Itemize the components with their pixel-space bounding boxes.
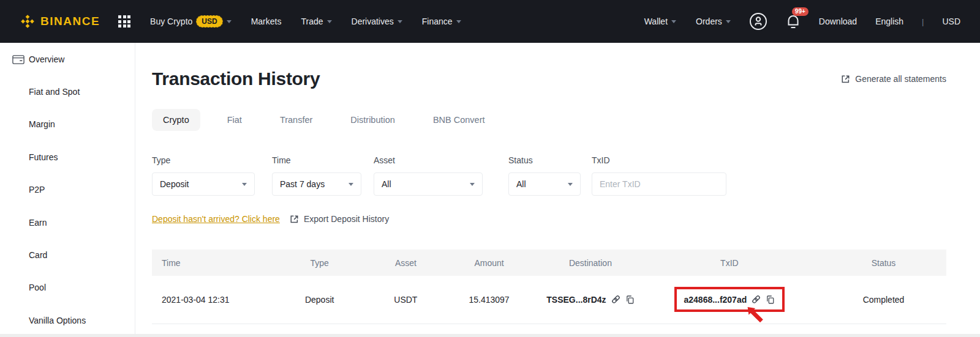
time-select[interactable]: Past 7 days [272, 172, 361, 196]
chevron-down-icon [242, 183, 247, 186]
apps-grid-icon[interactable] [118, 15, 130, 28]
table-row: 2021-03-04 12:31DepositUSDT15.413097TSSE… [152, 276, 946, 324]
language-selector[interactable]: English [875, 17, 903, 26]
cell-status: Completed [821, 276, 946, 324]
main-content: Transaction History Generate all stateme… [135, 43, 980, 337]
sidebar-item-futures[interactable]: Futures [0, 141, 135, 173]
chevron-down-icon [671, 20, 676, 23]
profile-icon[interactable] [749, 12, 767, 31]
transaction-table: TimeTypeAssetAmountDestinationTxIDStatus… [152, 250, 946, 324]
cell-txid: a24868...f207ad [638, 276, 821, 324]
nav-item-markets[interactable]: Markets [251, 17, 282, 26]
sidebar-item-overview[interactable]: Overview [0, 43, 135, 75]
column-header-asset: Asset [376, 250, 435, 276]
main-nav: Buy CryptoUSDMarketsTradeDerivativesFina… [150, 15, 461, 28]
nav-item-trade[interactable]: Trade [301, 17, 331, 26]
wallet-overview-icon [12, 54, 24, 64]
sidebar-item-margin[interactable]: Margin [0, 108, 135, 141]
filter-label: Type [152, 155, 255, 165]
binance-brand-text: BINANCE [40, 15, 100, 28]
filter-label: Asset [374, 155, 483, 165]
chain-link-icon[interactable] [611, 294, 621, 305]
column-header-amount: Amount [435, 250, 543, 276]
tab-crypto[interactable]: Crypto [152, 109, 200, 131]
chevron-down-icon [456, 20, 461, 23]
sidebar-item-fiat-and-spot[interactable]: Fiat and Spot [0, 75, 135, 108]
red-box-annotation: a24868...f207ad [674, 287, 785, 312]
column-header-status: Status [821, 250, 946, 276]
chevron-down-icon [568, 183, 573, 186]
notification-badge: 99+ [792, 7, 809, 16]
external-link-icon [290, 215, 299, 224]
filter-txid: TxID [592, 155, 726, 196]
chevron-down-icon [349, 183, 353, 186]
cell-amount: 15.413097 [435, 276, 543, 324]
filter-label: Status [508, 155, 581, 165]
asset-select[interactable]: All [374, 172, 483, 196]
filters-row: TypeDepositTimePast 7 daysAssetAllStatus… [152, 155, 946, 196]
filter-type: TypeDeposit [152, 155, 255, 196]
copy-icon[interactable] [766, 295, 775, 305]
download-link[interactable]: Download [819, 17, 857, 26]
cell-destination: TSSEG...8rD4z [543, 276, 638, 324]
filter-status: StatusAll [508, 155, 581, 196]
cell-time: 2021-03-04 12:31 [152, 276, 263, 324]
nav-item-wallet[interactable]: Wallet [644, 17, 676, 26]
sidebar-item-card[interactable]: Card [0, 239, 135, 271]
history-tabs: CryptoFiatTransferDistributionBNB Conver… [152, 109, 946, 131]
tab-transfer[interactable]: Transfer [280, 115, 312, 125]
chevron-down-icon [726, 20, 731, 23]
binance-logo[interactable]: BINANCE [20, 13, 100, 29]
filter-label: Time [272, 155, 361, 165]
chevron-down-icon [398, 20, 402, 23]
tab-distribution[interactable]: Distribution [350, 115, 395, 125]
nav-item-derivatives[interactable]: Derivatives [352, 17, 402, 26]
nav-item-buy-crypto[interactable]: Buy CryptoUSD [150, 15, 232, 28]
filter-time: TimePast 7 days [272, 155, 361, 196]
column-header-time: Time [152, 250, 263, 276]
sidebar-item-earn[interactable]: Earn [0, 206, 135, 239]
nav-divider: | [922, 17, 924, 26]
top-navbar: BINANCE Buy CryptoUSDMarketsTradeDerivat… [0, 0, 980, 43]
wallet-sidebar: OverviewFiat and SpotMarginFuturesP2PEar… [0, 43, 135, 337]
status-select[interactable]: All [508, 172, 581, 196]
chevron-down-icon [327, 20, 332, 23]
tab-bnb-convert[interactable]: BNB Convert [433, 115, 485, 125]
account-nav: WalletOrders [644, 17, 731, 26]
deposit-help-link[interactable]: Deposit hasn't arrived? Click here [152, 214, 280, 224]
sidebar-item-p2p[interactable]: P2P [0, 174, 135, 206]
bottom-edge-strip [0, 334, 980, 337]
tab-fiat[interactable]: Fiat [227, 115, 242, 125]
txid-input[interactable] [592, 172, 726, 196]
sidebar-item-pool[interactable]: Pool [0, 272, 135, 304]
column-header-destination: Destination [543, 250, 638, 276]
copy-icon[interactable] [625, 295, 635, 305]
currency-selector[interactable]: USD [942, 17, 960, 26]
nav-item-orders[interactable]: Orders [696, 17, 731, 26]
page-title: Transaction History [152, 69, 320, 89]
type-select[interactable]: Deposit [152, 172, 255, 196]
nav-item-finance[interactable]: Finance [422, 17, 461, 26]
filter-asset: AssetAll [374, 155, 483, 196]
external-link-icon [841, 75, 850, 84]
chevron-down-icon [227, 20, 232, 23]
generate-statements-link[interactable]: Generate all statements [841, 74, 946, 84]
export-deposit-history-link[interactable]: Export Deposit History [290, 214, 389, 224]
column-header-type: Type [263, 250, 376, 276]
usd-badge: USD [196, 15, 222, 28]
table-header-row: TimeTypeAssetAmountDestinationTxIDStatus [152, 250, 946, 276]
notifications-bell[interactable]: 99+ [786, 13, 801, 29]
chain-link-icon[interactable] [751, 294, 761, 305]
red-arrow-annotation [744, 303, 766, 325]
cell-asset: USDT [376, 276, 435, 324]
binance-logo-icon [20, 13, 36, 29]
chevron-down-icon [470, 183, 475, 186]
cell-type: Deposit [263, 276, 376, 324]
column-header-txid: TxID [638, 250, 821, 276]
filter-label: TxID [592, 155, 726, 165]
sidebar-item-vanilla-options[interactable]: Vanilla Options [0, 304, 135, 336]
